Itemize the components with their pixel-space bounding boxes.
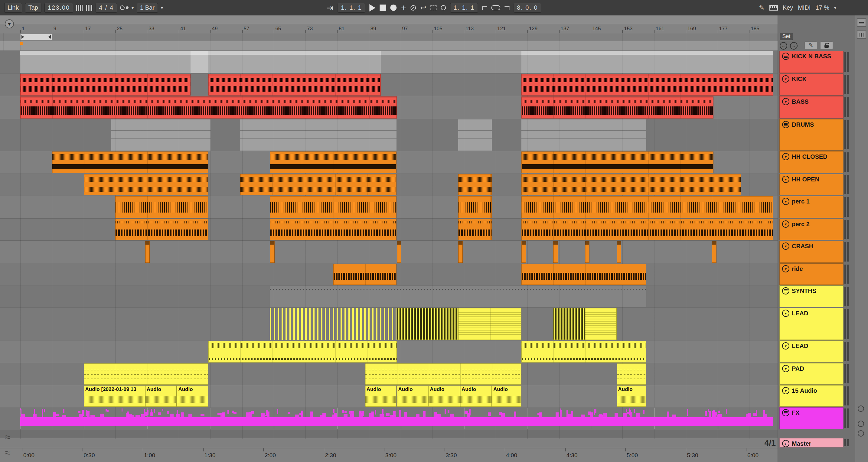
time-signature-field[interactable]: 4 / 4	[96, 3, 117, 13]
track-fold-icon[interactable]: ▾	[782, 98, 789, 105]
draw-mode-button[interactable]: ✎	[759, 4, 764, 12]
clip-perc-2[interactable]	[458, 219, 492, 240]
track-header-hh-open[interactable]: ▾HH OPEN	[779, 174, 843, 195]
metronome-button[interactable]	[120, 5, 128, 10]
tap-tempo-button[interactable]: Tap	[25, 3, 41, 13]
cpu-caret-icon[interactable]: ▾	[834, 5, 836, 10]
clip-kick-n-bass[interactable]	[208, 51, 381, 73]
track-fold-icon[interactable]: ▾	[782, 365, 789, 372]
record-button[interactable]	[391, 4, 397, 11]
stop-button[interactable]	[380, 4, 386, 11]
track-header-lead[interactable]: ▾LEAD	[779, 340, 843, 363]
automation-arm-button[interactable]	[410, 5, 416, 10]
arrangement-view-toggle[interactable]	[857, 19, 866, 27]
clip-kick-n-bass[interactable]	[190, 51, 208, 73]
clip-perc-1[interactable]	[270, 196, 397, 218]
nudge-down-icon[interactable]	[76, 5, 83, 11]
clip-bass[interactable]	[521, 96, 713, 119]
panel-draw-button[interactable]: ✎	[805, 41, 817, 49]
loop-switch-button[interactable]	[491, 5, 500, 10]
clip-ride[interactable]	[333, 264, 397, 285]
track-fold-icon[interactable]: ▾	[782, 198, 789, 205]
group-fold-icon[interactable]	[782, 53, 789, 60]
clip-15-audio[interactable]: Audio	[492, 386, 521, 407]
punch-out-button[interactable]	[504, 6, 509, 10]
punch-in-button[interactable]	[482, 6, 487, 10]
chevron-down-circle-icon[interactable]: ▼	[5, 19, 14, 28]
arrow-right-button[interactable]: →	[790, 42, 798, 50]
quantize-menu[interactable]: 1 Bar	[137, 3, 158, 13]
clip-hh-open[interactable]	[84, 174, 209, 195]
group-fold-icon[interactable]	[782, 121, 789, 128]
track-header-hh-closed[interactable]: ▾HH CLOSED	[779, 151, 843, 173]
track-fold-icon[interactable]: ▾	[782, 342, 789, 349]
metronome-menu-caret-icon[interactable]: ▾	[131, 5, 134, 10]
wave-icon[interactable]: ≈	[5, 448, 10, 458]
track-header-crash[interactable]: ▾CRASH	[779, 241, 843, 263]
clip-lead[interactable]	[553, 308, 585, 340]
track-fold-icon[interactable]: ▾	[782, 243, 789, 250]
panel-lock-button[interactable]	[820, 41, 833, 49]
track-header-kick[interactable]: ▾KICK	[779, 73, 843, 96]
clip-crash[interactable]	[397, 241, 402, 263]
clip-hh-open[interactable]	[240, 174, 397, 195]
track-fold-icon[interactable]: ▾	[782, 75, 789, 83]
clip-fx[interactable]	[20, 407, 773, 429]
clip-hh-closed[interactable]	[270, 152, 397, 173]
clip-kick-n-bass[interactable]	[381, 51, 521, 73]
loop-end-handle-icon[interactable]	[48, 35, 51, 39]
track-header-fx[interactable]: FX	[779, 407, 843, 429]
midi-map-button[interactable]: MIDI	[798, 4, 810, 11]
clip-pad[interactable]	[365, 363, 521, 384]
track-header-drums[interactable]: DRUMS	[779, 119, 843, 151]
clip-perc-2[interactable]	[115, 219, 208, 240]
track-header-kick-n-bass[interactable]: KICK N BASS	[779, 51, 843, 73]
clip-15-audio[interactable]: Audio	[428, 386, 460, 407]
track-header-perc-1[interactable]: ▾perc 1	[779, 196, 843, 218]
cpu-meter[interactable]: 17 %	[815, 4, 829, 11]
wave-icon[interactable]: ≈	[5, 432, 10, 442]
clip-15-audio[interactable]: Audio	[460, 386, 492, 407]
beat-ruler[interactable]: 1917253341495765738189971051131211291371…	[0, 24, 778, 33]
loop-start-handle-icon[interactable]	[22, 35, 24, 39]
loop-length-display[interactable]: 8. 0. 0	[514, 3, 541, 13]
clip-perc-1[interactable]	[115, 196, 208, 218]
quantize-caret-icon[interactable]: ▾	[161, 5, 163, 10]
clip-lead[interactable]	[521, 341, 646, 363]
clip-drums[interactable]	[240, 119, 397, 151]
track-header-ride[interactable]: ▾ride	[779, 264, 843, 285]
clip-kick[interactable]	[20, 74, 190, 96]
clip-ride[interactable]	[521, 264, 646, 285]
clip-pad[interactable]	[617, 363, 646, 384]
clip-crash[interactable]	[521, 241, 526, 263]
clip-15-audio[interactable]: Audio	[365, 386, 397, 407]
clip-hh-open[interactable]	[521, 174, 741, 195]
clip-crash[interactable]	[270, 241, 275, 263]
clip-lead[interactable]	[270, 308, 397, 340]
clip-15-audio[interactable]: Audio	[145, 386, 177, 407]
clip-kick-n-bass[interactable]	[20, 51, 190, 73]
section-toggle-icon[interactable]	[858, 405, 864, 412]
clip-drums[interactable]	[521, 119, 646, 151]
loop-start-display[interactable]: 1. 1. 1	[450, 3, 478, 13]
arrow-left-button[interactable]: ←	[780, 42, 787, 50]
clip-hh-closed[interactable]	[521, 152, 713, 173]
track-lane-master[interactable]	[0, 438, 778, 448]
clip-crash[interactable]	[458, 241, 463, 263]
master-icon[interactable]: ▸	[782, 440, 789, 447]
clip-synths[interactable]	[270, 286, 646, 307]
clip-lead[interactable]	[208, 341, 397, 363]
track-header-pad[interactable]: ▾PAD	[779, 363, 843, 384]
clip-kick[interactable]	[208, 74, 381, 96]
clip-crash[interactable]	[712, 241, 716, 263]
clip-crash[interactable]	[553, 241, 558, 263]
clip-perc-1[interactable]	[458, 196, 492, 218]
track-header-15-audio[interactable]: ▾15 Audio	[779, 385, 843, 407]
clip-lead[interactable]	[397, 308, 458, 340]
tempo-field[interactable]: 123.00	[44, 3, 73, 13]
loop-brace[interactable]	[20, 34, 52, 40]
clip-drums[interactable]	[111, 119, 211, 151]
track-fold-icon[interactable]: ▾	[782, 310, 789, 317]
link-button[interactable]: Link	[4, 3, 22, 13]
track-fold-icon[interactable]: ▾	[782, 176, 789, 183]
